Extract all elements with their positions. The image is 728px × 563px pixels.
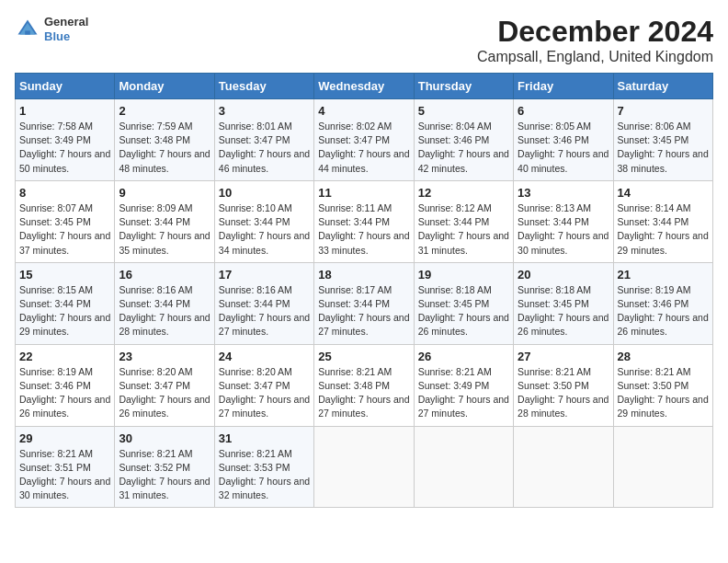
day-number: 20 — [518, 268, 609, 282]
table-row: 28 Sunrise: 8:21 AM Sunset: 3:50 PM Dayl… — [613, 344, 712, 426]
day-info: Sunrise: 8:11 AM Sunset: 3:44 PM Dayligh… — [318, 201, 409, 258]
table-row: 2 Sunrise: 7:59 AM Sunset: 3:48 PM Dayli… — [115, 99, 214, 181]
logo-text: General Blue — [44, 15, 88, 43]
day-number: 26 — [418, 350, 509, 363]
table-row: 15 Sunrise: 8:15 AM Sunset: 3:44 PM Dayl… — [16, 262, 115, 344]
day-info: Sunrise: 8:20 AM Sunset: 3:47 PM Dayligh… — [219, 365, 310, 421]
day-number: 7 — [618, 104, 709, 118]
table-row: 11 Sunrise: 8:11 AM Sunset: 3:44 PM Dayl… — [314, 180, 414, 262]
day-info: Sunrise: 8:07 AM Sunset: 3:45 PM Dayligh… — [19, 201, 110, 258]
day-info: Sunrise: 8:16 AM Sunset: 3:44 PM Dayligh… — [219, 283, 310, 339]
day-info: Sunrise: 8:16 AM Sunset: 3:44 PM Dayligh… — [119, 283, 210, 339]
page-header: General Blue December 2024 Campsall, Eng… — [15, 15, 713, 65]
day-number: 17 — [219, 268, 310, 282]
day-info: Sunrise: 8:02 AM Sunset: 3:47 PM Dayligh… — [318, 120, 409, 176]
table-row: 13 Sunrise: 8:13 AM Sunset: 3:44 PM Dayl… — [514, 180, 613, 262]
day-number: 9 — [119, 186, 210, 200]
table-row: 1 Sunrise: 7:58 AM Sunset: 3:49 PM Dayli… — [16, 99, 115, 181]
day-info: Sunrise: 8:21 AM Sunset: 3:53 PM Dayligh… — [219, 447, 310, 503]
calendar-week-row: 29 Sunrise: 8:21 AM Sunset: 3:51 PM Dayl… — [16, 426, 713, 508]
table-row: 18 Sunrise: 8:17 AM Sunset: 3:44 PM Dayl… — [314, 262, 414, 344]
day-number: 23 — [119, 350, 210, 363]
day-number: 30 — [119, 431, 210, 445]
calendar-week-row: 8 Sunrise: 8:07 AM Sunset: 3:45 PM Dayli… — [16, 180, 713, 262]
day-info: Sunrise: 8:05 AM Sunset: 3:46 PM Dayligh… — [518, 120, 609, 176]
table-row: 10 Sunrise: 8:10 AM Sunset: 3:44 PM Dayl… — [214, 180, 313, 262]
day-number: 3 — [219, 104, 310, 118]
day-number: 22 — [19, 350, 110, 363]
col-thursday: Thursday — [414, 74, 513, 99]
table-row: 27 Sunrise: 8:21 AM Sunset: 3:50 PM Dayl… — [514, 344, 613, 426]
day-info: Sunrise: 8:04 AM Sunset: 3:46 PM Dayligh… — [418, 120, 509, 176]
day-number: 29 — [19, 431, 110, 445]
day-number: 28 — [618, 350, 709, 363]
calendar-week-row: 22 Sunrise: 8:19 AM Sunset: 3:46 PM Dayl… — [16, 344, 713, 426]
day-number: 19 — [418, 268, 509, 282]
table-row: 12 Sunrise: 8:12 AM Sunset: 3:44 PM Dayl… — [414, 180, 513, 262]
day-number: 11 — [318, 186, 409, 200]
day-number: 24 — [219, 350, 310, 363]
day-number: 8 — [19, 186, 110, 200]
day-info: Sunrise: 8:10 AM Sunset: 3:44 PM Dayligh… — [219, 201, 310, 258]
day-info: Sunrise: 8:15 AM Sunset: 3:44 PM Dayligh… — [19, 283, 110, 339]
day-info: Sunrise: 8:21 AM Sunset: 3:49 PM Dayligh… — [418, 365, 509, 421]
table-row: 30 Sunrise: 8:21 AM Sunset: 3:52 PM Dayl… — [115, 426, 214, 508]
day-info: Sunrise: 8:19 AM Sunset: 3:46 PM Dayligh… — [19, 365, 110, 421]
day-info: Sunrise: 8:14 AM Sunset: 3:44 PM Dayligh… — [618, 201, 709, 258]
day-number: 4 — [318, 104, 409, 118]
table-row: 4 Sunrise: 8:02 AM Sunset: 3:47 PM Dayli… — [314, 99, 414, 181]
table-row: 14 Sunrise: 8:14 AM Sunset: 3:44 PM Dayl… — [613, 180, 712, 262]
empty-cell — [613, 426, 712, 508]
col-friday: Friday — [514, 74, 613, 99]
calendar-week-row: 15 Sunrise: 8:15 AM Sunset: 3:44 PM Dayl… — [16, 262, 713, 344]
col-wednesday: Wednesday — [314, 74, 414, 99]
logo-icon — [15, 17, 40, 42]
table-row: 7 Sunrise: 8:06 AM Sunset: 3:45 PM Dayli… — [613, 99, 712, 181]
day-number: 25 — [318, 350, 409, 363]
calendar-table: Sunday Monday Tuesday Wednesday Thursday… — [15, 73, 713, 508]
table-row: 21 Sunrise: 8:19 AM Sunset: 3:46 PM Dayl… — [613, 262, 712, 344]
table-row: 23 Sunrise: 8:20 AM Sunset: 3:47 PM Dayl… — [115, 344, 214, 426]
day-number: 12 — [418, 186, 509, 200]
day-number: 6 — [518, 104, 609, 118]
table-row: 25 Sunrise: 8:21 AM Sunset: 3:48 PM Dayl… — [314, 344, 414, 426]
empty-cell — [314, 426, 414, 508]
day-number: 13 — [518, 186, 609, 200]
day-info: Sunrise: 8:09 AM Sunset: 3:44 PM Dayligh… — [119, 201, 210, 258]
page-title: December 2024 — [477, 15, 713, 49]
day-number: 21 — [618, 268, 709, 282]
day-info: Sunrise: 8:18 AM Sunset: 3:45 PM Dayligh… — [418, 283, 509, 339]
table-row: 6 Sunrise: 8:05 AM Sunset: 3:46 PM Dayli… — [514, 99, 613, 181]
table-row: 9 Sunrise: 8:09 AM Sunset: 3:44 PM Dayli… — [115, 180, 214, 262]
table-row: 29 Sunrise: 8:21 AM Sunset: 3:51 PM Dayl… — [16, 426, 115, 508]
day-info: Sunrise: 8:18 AM Sunset: 3:45 PM Dayligh… — [518, 283, 609, 339]
table-row: 22 Sunrise: 8:19 AM Sunset: 3:46 PM Dayl… — [16, 344, 115, 426]
day-info: Sunrise: 7:59 AM Sunset: 3:48 PM Dayligh… — [119, 120, 210, 176]
day-number: 27 — [518, 350, 609, 363]
day-info: Sunrise: 8:13 AM Sunset: 3:44 PM Dayligh… — [518, 201, 609, 258]
empty-cell — [414, 426, 513, 508]
day-number: 5 — [418, 104, 509, 118]
day-info: Sunrise: 8:21 AM Sunset: 3:52 PM Dayligh… — [119, 447, 210, 503]
page-subtitle: Campsall, England, United Kingdom — [477, 49, 713, 65]
day-info: Sunrise: 8:21 AM Sunset: 3:50 PM Dayligh… — [518, 365, 609, 421]
calendar-week-row: 1 Sunrise: 7:58 AM Sunset: 3:49 PM Dayli… — [16, 99, 713, 181]
title-block: December 2024 Campsall, England, United … — [477, 15, 713, 65]
table-row: 8 Sunrise: 8:07 AM Sunset: 3:45 PM Dayli… — [16, 180, 115, 262]
day-info: Sunrise: 8:01 AM Sunset: 3:47 PM Dayligh… — [219, 120, 310, 176]
col-monday: Monday — [115, 74, 214, 99]
day-number: 14 — [618, 186, 709, 200]
day-number: 10 — [219, 186, 310, 200]
day-info: Sunrise: 8:17 AM Sunset: 3:44 PM Dayligh… — [318, 283, 409, 339]
day-info: Sunrise: 8:20 AM Sunset: 3:47 PM Dayligh… — [119, 365, 210, 421]
day-number: 2 — [119, 104, 210, 118]
table-row: 19 Sunrise: 8:18 AM Sunset: 3:45 PM Dayl… — [414, 262, 513, 344]
table-row: 17 Sunrise: 8:16 AM Sunset: 3:44 PM Dayl… — [214, 262, 313, 344]
day-info: Sunrise: 8:19 AM Sunset: 3:46 PM Dayligh… — [618, 283, 709, 339]
day-info: Sunrise: 7:58 AM Sunset: 3:49 PM Dayligh… — [19, 120, 110, 176]
table-row: 20 Sunrise: 8:18 AM Sunset: 3:45 PM Dayl… — [514, 262, 613, 344]
day-number: 16 — [119, 268, 210, 282]
table-row: 16 Sunrise: 8:16 AM Sunset: 3:44 PM Dayl… — [115, 262, 214, 344]
day-info: Sunrise: 8:21 AM Sunset: 3:50 PM Dayligh… — [618, 365, 709, 421]
table-row: 5 Sunrise: 8:04 AM Sunset: 3:46 PM Dayli… — [414, 99, 513, 181]
